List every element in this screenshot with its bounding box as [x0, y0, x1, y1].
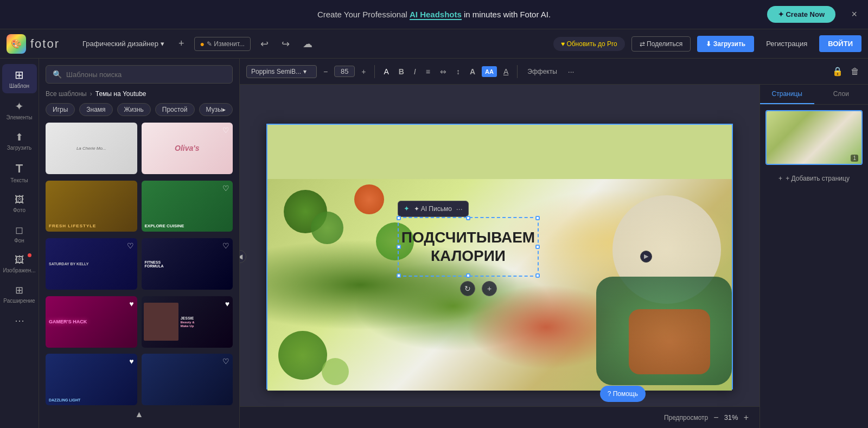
vegetable-5: [322, 358, 349, 385]
sidebar-item-text[interactable]: T Тексты: [2, 157, 37, 188]
login-button[interactable]: ВОЙТИ: [819, 35, 861, 52]
template-card-5[interactable]: ♡ SATURDAY BY KELLY: [46, 238, 137, 290]
heart-icon: ♡: [127, 241, 134, 250]
text-style-aa-button[interactable]: AA: [482, 66, 497, 77]
zoom-bar: Предпросмотр − 31% +: [240, 406, 760, 428]
handle-top-right[interactable]: [535, 216, 540, 220]
sidebar-text-label: Тексты: [10, 177, 28, 183]
tags-row: Игры Знамя Жизнь Простой Музы▸: [46, 103, 233, 116]
ai-label[interactable]: ✦ AI Письмо: [414, 205, 452, 213]
align-center-button[interactable]: ≡: [423, 65, 433, 78]
tag-banner[interactable]: Знамя: [79, 103, 112, 116]
canvas-main-text[interactable]: ПОДСЧИТЫВАЕМ КАЛОРИИ: [401, 228, 535, 265]
photo-icon: 🖼: [15, 194, 24, 206]
download-button[interactable]: ⬇ Загрузить: [697, 36, 754, 52]
zoom-decrease-button[interactable]: −: [713, 413, 718, 423]
sidebar-background-label: Фон: [14, 238, 24, 244]
handle-bottom-right[interactable]: [535, 273, 540, 278]
page-thumb-image: [767, 111, 861, 164]
effects-button[interactable]: Эффекты: [523, 66, 561, 78]
page-thumbnail-1[interactable]: 1: [765, 110, 863, 165]
close-banner-button[interactable]: ×: [851, 9, 857, 20]
add-button[interactable]: +: [175, 35, 188, 53]
bold-button[interactable]: B: [395, 65, 407, 78]
italic-button[interactable]: I: [411, 65, 419, 78]
elements-icon: ✦: [15, 100, 24, 113]
tag-music[interactable]: Музы▸: [199, 103, 233, 116]
app-title-button[interactable]: Графический дизайнер ▾: [78, 37, 169, 50]
dropdown-chevron-icon: ▾: [161, 40, 164, 48]
sidebar-item-extensions[interactable]: ⊞ Расширение: [2, 280, 37, 308]
template-card-4[interactable]: ♡ EXPLORE CUISINE: [142, 181, 233, 232]
templates-grid: La Cherie Mo... ♡ Oliva's FRESH LIFESTYL…: [46, 123, 233, 407]
template-card-3[interactable]: FRESH LIFESTYLE: [46, 181, 137, 232]
tag-simple[interactable]: Простой: [155, 103, 195, 116]
handle-top-left[interactable]: [397, 216, 401, 220]
breadcrumb-root[interactable]: Все шаблоны: [46, 90, 87, 98]
template-card-6[interactable]: ♡ FITNESSFORMULA: [142, 238, 233, 290]
more-options-button[interactable]: ···: [565, 65, 578, 78]
sidebar-item-more[interactable]: ⋯: [2, 310, 37, 331]
template-card-10[interactable]: ♡: [142, 354, 233, 405]
add-control[interactable]: +: [482, 281, 497, 296]
ai-toolbar-popup: ✦ ✦ AI Письмо ···: [398, 201, 469, 217]
line-height-button[interactable]: ↕: [453, 65, 463, 78]
edit-file-button[interactable]: ● ✎ Изменит...: [194, 37, 251, 51]
images-icon: 🖼: [15, 254, 24, 266]
handle-bottom-mid[interactable]: [466, 273, 470, 278]
sidebar-template-label: Шаблон: [9, 83, 29, 89]
edit-file-label: ✎ Изменит...: [207, 40, 245, 48]
font-selector[interactable]: Poppins SemiB... ▾: [246, 65, 317, 78]
template-card-8[interactable]: ♥ JESSIEBeauty &Make Up: [142, 296, 233, 348]
sidebar-item-template[interactable]: ⊞ Шаблон: [2, 64, 37, 93]
tab-pages[interactable]: Страницы: [760, 85, 814, 104]
cloud-save-button[interactable]: ☁: [299, 35, 316, 53]
add-page-button[interactable]: + + Добавить страницу: [760, 170, 868, 187]
create-now-button[interactable]: ✦ Create Now: [767, 6, 835, 23]
help-button[interactable]: ? Помощь: [600, 386, 646, 402]
template-card-9[interactable]: ♥ DAZZLING LIGHT: [46, 354, 137, 405]
banner-text-after: in minutes with Fotor AI.: [464, 10, 551, 19]
lock-button[interactable]: 🔒: [830, 64, 845, 79]
sidebar-item-photo[interactable]: 🖼 Фото: [2, 190, 37, 218]
delete-button[interactable]: 🗑: [848, 65, 861, 79]
zoom-increase-button[interactable]: +: [744, 413, 749, 423]
background-icon: ◻: [15, 224, 23, 236]
rotate-control[interactable]: ↻: [460, 281, 475, 296]
upgrade-button[interactable]: ♥ Обновить до Pro: [553, 37, 625, 51]
redo-button[interactable]: ↪: [278, 35, 293, 53]
canvas-area[interactable]: ◀ ▶: [240, 85, 760, 428]
handle-bottom-left[interactable]: [397, 273, 401, 278]
ai-more-button[interactable]: ···: [456, 205, 463, 213]
separator-2: [517, 65, 518, 78]
font-size-increase[interactable]: +: [358, 65, 369, 78]
sidebar-item-background[interactable]: ◻ Фон: [2, 220, 37, 248]
tag-life[interactable]: Жизнь: [117, 103, 151, 116]
undo-button[interactable]: ↩: [257, 35, 272, 53]
underline-button[interactable]: A: [500, 65, 512, 78]
logo-area: 🎨 fotor: [7, 34, 72, 54]
sidebar-item-upload[interactable]: ⬆ Загрузить: [2, 127, 37, 155]
tag-games[interactable]: Игры: [46, 103, 75, 116]
panel-collapse-toggle[interactable]: ◀: [240, 250, 246, 263]
sidebar-item-images[interactable]: 🖼 Изображен...: [2, 250, 37, 278]
font-size-decrease[interactable]: −: [320, 65, 331, 78]
tab-layers[interactable]: Слои: [814, 85, 869, 104]
template-card-7[interactable]: ♥ GAMER'S HACK: [46, 296, 137, 348]
right-expand-arrow[interactable]: ▶: [640, 251, 652, 263]
handle-mid-right[interactable]: [535, 245, 540, 249]
share-button[interactable]: ⇄ Поделиться: [631, 36, 691, 52]
text-color-button[interactable]: A: [380, 65, 392, 78]
handle-top-mid[interactable]: [466, 216, 470, 220]
text-align-button[interactable]: A: [467, 65, 478, 78]
register-button[interactable]: Регистрация: [761, 36, 813, 51]
template-card-1[interactable]: La Cherie Mo...: [46, 123, 137, 174]
letter-spacing-button[interactable]: ⇔: [437, 65, 450, 78]
template-card-2[interactable]: ♡ Oliva's: [142, 123, 233, 174]
handle-mid-left[interactable]: [397, 245, 401, 249]
search-input[interactable]: [66, 71, 226, 79]
scroll-top-button[interactable]: ▲: [46, 407, 233, 421]
text-selection-box[interactable]: ПОДСЧИТЫВАЕМ КАЛОРИИ: [398, 217, 539, 277]
preview-label[interactable]: Предпросмотр: [664, 414, 708, 421]
sidebar-item-elements[interactable]: ✦ Элементы: [2, 95, 37, 125]
